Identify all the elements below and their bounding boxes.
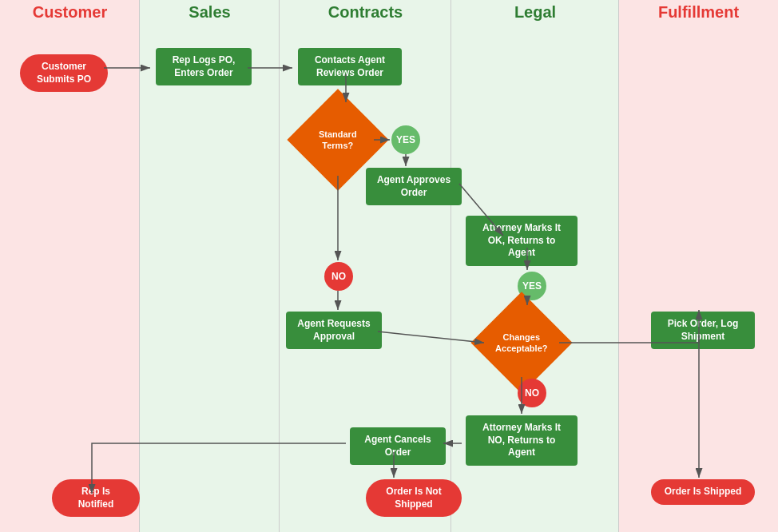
node-no-2: NO: [518, 379, 546, 407]
node-standard-terms: Standard Terms?: [302, 104, 374, 176]
node-agent-requests: Agent Requests Approval: [282, 312, 386, 349]
lane-fulfillment-bg: [619, 0, 778, 532]
node-pick-order: Pick Order, Log Shipment: [647, 312, 759, 349]
node-contacts-agent: Contacts Agent Reviews Order: [294, 48, 406, 85]
node-no-1: NO: [324, 262, 353, 291]
node-attorney-marks-no: Attorney Marks It NO, Returns to Agent: [462, 415, 582, 466]
node-yes-1: YES: [391, 125, 420, 154]
node-order-shipped: Order Is Shipped: [647, 479, 759, 505]
lane-title-customer: Customer: [0, 3, 140, 30]
node-agent-cancels: Agent Cancels Order: [346, 427, 450, 465]
lane-title-fulfillment: Fulfillment: [619, 3, 778, 30]
node-rep-notified: Rep Is Notified: [48, 479, 144, 517]
lane-title-legal: Legal: [451, 3, 619, 30]
node-attorney-marks-ok: Attorney Marks It OK, Returns to Agent: [462, 216, 582, 266]
node-order-not-shipped: Order Is Not Shipped: [362, 479, 466, 517]
flowchart: Customer Sales Contracts Legal Fulfillme…: [0, 0, 778, 532]
node-changes-acceptable: Changes Acceptable?: [486, 307, 558, 379]
node-rep-logs-po: Rep Logs PO, Enters Order: [152, 48, 256, 85]
node-agent-approves: Agent Approves Order: [362, 168, 466, 205]
lane-title-contracts: Contracts: [280, 3, 451, 30]
lane-title-sales: Sales: [140, 3, 280, 30]
node-customer-submits-po: Customer Submits PO: [16, 54, 112, 92]
